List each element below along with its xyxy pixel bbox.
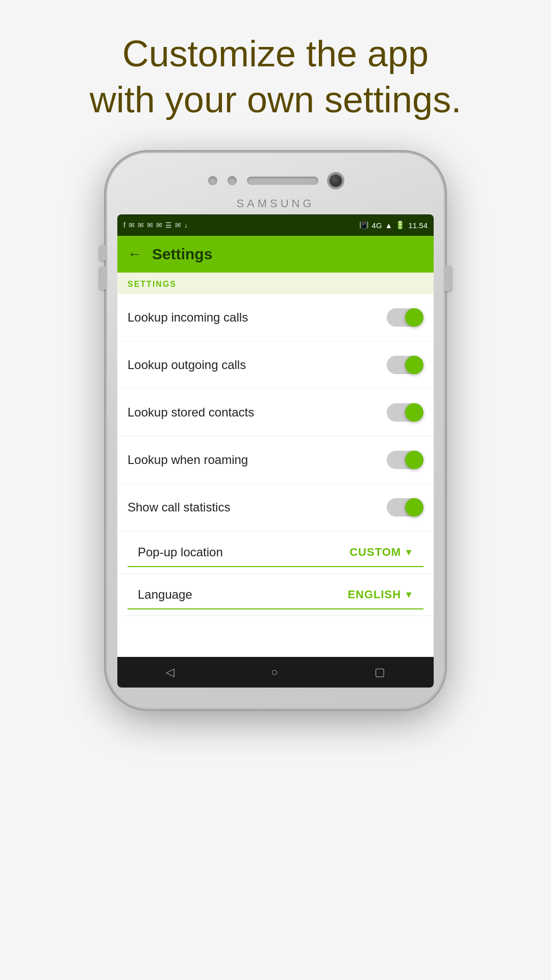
status-bar-left-icons: f ✉ ✉ ✉ ✉ ☰ ✉ ↓	[123, 221, 188, 229]
speaker-grille	[247, 177, 318, 185]
popup-location-label: Pop-up location	[138, 545, 223, 559]
nav-bar: ◁ ○ ▢	[117, 657, 434, 688]
lookup-outgoing-row[interactable]: Lookup outgoing calls	[117, 341, 434, 389]
popup-location-value-wrap: CUSTOM ▼	[349, 546, 413, 559]
mail-icon: ✉	[175, 221, 181, 229]
msg4-icon: ✉	[156, 221, 162, 229]
time-display: 11.54	[408, 221, 428, 230]
popup-location-chevron-icon: ▼	[404, 547, 413, 558]
signal-strength-icon: ▲	[385, 221, 393, 230]
language-value: ENGLISH	[347, 588, 401, 601]
dl-icon: ↓	[184, 221, 188, 229]
vibrate-icon: 📳	[359, 220, 369, 230]
toggle-knob	[405, 308, 423, 327]
toggle-knob	[405, 498, 423, 517]
msg3-icon: ✉	[147, 221, 153, 229]
settings-section-header: SETTINGS	[117, 273, 434, 294]
home-nav-button[interactable]: ○	[271, 666, 278, 679]
status-bar: f ✉ ✉ ✉ ✉ ☰ ✉ ↓ 📳 4G ▲ 🔋 11.54	[117, 214, 434, 236]
popup-location-row[interactable]: Pop-up location CUSTOM ▼	[128, 531, 423, 567]
lookup-roaming-label: Lookup when roaming	[128, 453, 248, 467]
headline: Customize the app with your own settings…	[90, 31, 461, 122]
battery-icon: 🔋	[395, 220, 405, 230]
status-bar-right: 📳 4G ▲ 🔋 11.54	[359, 220, 428, 230]
power-button	[444, 265, 451, 291]
lookup-incoming-label: Lookup incoming calls	[128, 310, 248, 325]
sensor-dot	[208, 176, 217, 185]
language-row[interactable]: Language ENGLISH ▼	[128, 574, 423, 609]
toggle-knob	[405, 403, 423, 422]
volume-buttons	[100, 245, 107, 289]
phone-screen: f ✉ ✉ ✉ ✉ ☰ ✉ ↓ 📳 4G ▲ 🔋 11.54 ← Setting…	[117, 214, 434, 688]
toggle-knob	[405, 356, 423, 374]
language-value-wrap: ENGLISH ▼	[347, 588, 413, 601]
popup-location-section: Pop-up location CUSTOM ▼	[117, 531, 434, 574]
lookup-incoming-row[interactable]: Lookup incoming calls	[117, 294, 434, 341]
back-nav-button[interactable]: ◁	[166, 666, 174, 679]
bottom-spacer	[117, 616, 434, 657]
headline-line2: with your own settings.	[90, 79, 461, 120]
lookup-roaming-row[interactable]: Lookup when roaming	[117, 436, 434, 484]
lookup-contacts-toggle[interactable]	[387, 403, 423, 422]
lookup-incoming-toggle[interactable]	[387, 308, 423, 327]
sensor-dot2	[228, 176, 237, 185]
show-call-stats-toggle[interactable]	[387, 498, 423, 517]
power-btn	[444, 265, 451, 291]
recent-nav-button[interactable]: ▢	[374, 666, 385, 679]
volume-up-btn	[100, 245, 107, 260]
lookup-roaming-toggle[interactable]	[387, 451, 423, 469]
top-bezel	[117, 168, 434, 197]
phone-shell: SAMSUNG f ✉ ✉ ✉ ✉ ☰ ✉ ↓ 📳 4G ▲ 🔋 11.54	[107, 153, 444, 708]
show-call-stats-label: Show call statistics	[128, 500, 230, 514]
lookup-contacts-label: Lookup stored contacts	[128, 405, 254, 420]
language-section: Language ENGLISH ▼	[117, 574, 434, 616]
popup-location-value: CUSTOM	[349, 546, 401, 559]
back-button[interactable]: ←	[128, 246, 142, 262]
settings-content: SETTINGS Lookup incoming calls Lookup ou…	[117, 273, 434, 657]
brand-label: SAMSUNG	[117, 197, 434, 210]
section-label: SETTINGS	[128, 280, 177, 288]
language-chevron-icon: ▼	[404, 590, 413, 600]
headline-line1: Customize the app	[122, 33, 429, 74]
fb-icon: f	[123, 221, 126, 229]
volume-down-btn	[100, 266, 107, 289]
front-camera	[329, 174, 343, 188]
app-bar-title: Settings	[152, 246, 212, 263]
msg2-icon: ✉	[138, 221, 144, 229]
toggle-knob	[405, 451, 423, 469]
app-bar: ← Settings	[117, 236, 434, 273]
language-label: Language	[138, 587, 192, 602]
show-call-stats-row[interactable]: Show call statistics	[117, 484, 434, 531]
doc-icon: ☰	[165, 221, 172, 229]
signal-4g-icon: 4G	[372, 221, 382, 230]
lookup-outgoing-toggle[interactable]	[387, 356, 423, 374]
msg1-icon: ✉	[129, 221, 135, 229]
lookup-contacts-row[interactable]: Lookup stored contacts	[117, 389, 434, 436]
lookup-outgoing-label: Lookup outgoing calls	[128, 358, 246, 372]
